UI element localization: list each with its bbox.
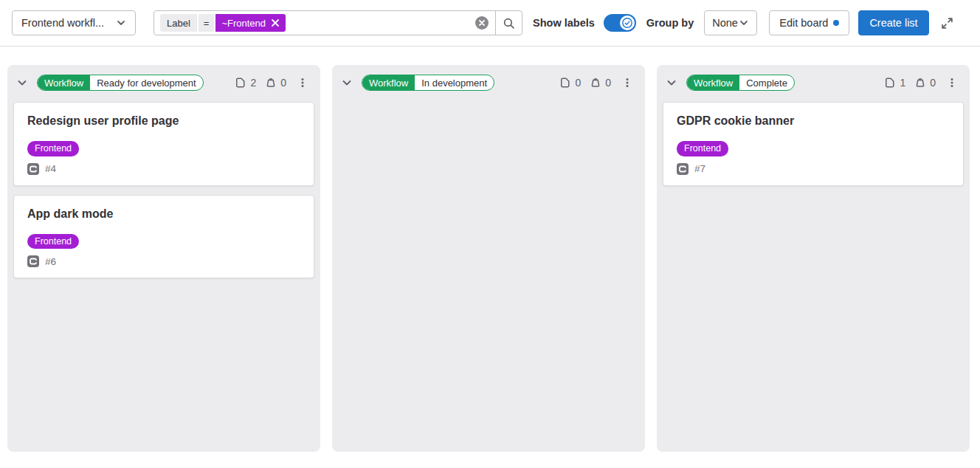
show-labels-label: Show labels [533,17,595,29]
group-by-dropdown[interactable]: None [704,10,757,35]
issue-reference: #4 [45,163,56,174]
search-button[interactable] [495,11,522,35]
group-by-value: None [712,17,738,29]
label-pill[interactable]: Frontend [27,141,79,156]
board-column: Workflow In development 0 0 [332,65,645,452]
collapse-column-button[interactable] [338,74,356,92]
issue-count-number: 0 [575,77,581,89]
board-switcher-label: Frontend workfl... [21,17,104,29]
scoped-label-value: Complete [739,75,794,90]
issue-labels: Frontend [27,234,300,250]
weight-count: 0 [914,77,936,89]
column-menu-button[interactable] [294,74,311,92]
issue-card[interactable]: App dark mode Frontend #6 [13,195,314,279]
chevron-down-icon [116,18,126,28]
column-card-list [332,100,645,108]
column-menu-button[interactable] [618,74,636,92]
board-toolbar: Frontend workfl... Label = ~Frontend Sho… [0,0,980,47]
show-labels-toggle[interactable] [604,14,636,32]
scoped-label-key: Workflow [38,75,90,90]
kebab-icon [621,77,633,89]
board-column: Workflow Ready for development 2 0 Redes… [7,65,320,452]
scoped-label-value: In development [415,75,494,90]
issue-reference: #7 [694,163,705,174]
edit-board-button[interactable]: Edit board [769,10,849,35]
issue-title[interactable]: GDPR cookie banner [677,114,950,128]
filter-token-value[interactable]: ~Frontend [215,14,286,32]
filter-token-value-text: ~Frontend [221,18,266,29]
weight-count-number: 0 [605,77,611,89]
group-by-label: Group by [646,17,694,29]
column-menu-button[interactable] [943,74,961,92]
filter-token[interactable]: Label = ~Frontend [154,14,469,32]
issue-count-number: 1 [900,77,905,89]
remove-token-icon[interactable] [271,18,280,27]
issue-board: Workflow Ready for development 2 0 Redes… [0,47,980,452]
filter-bar[interactable]: Label = ~Frontend [153,10,522,35]
issue-type-icon [677,163,689,175]
weight-count: 0 [590,77,611,89]
column-header: Workflow Complete 1 0 [657,65,970,100]
issue-labels: Frontend [677,141,950,156]
weight-icon [590,77,601,89]
issue-count: 1 [884,77,905,89]
weight-count: 0 [265,77,286,89]
toggle-knob [620,16,635,30]
weight-icon [265,77,277,89]
issue-count: 0 [559,77,581,89]
board-column: Workflow Complete 1 0 GDPR cookie banner… [657,65,970,452]
weight-count-number: 0 [930,77,936,89]
issues-icon [559,77,571,89]
column-scoped-label: Workflow Complete [686,75,795,91]
column-scoped-label: Workflow Ready for development [37,75,204,91]
kebab-icon [297,77,308,89]
issue-type-icon [27,255,39,267]
check-icon [621,17,633,29]
issue-type-icon [27,163,39,175]
label-pill[interactable]: Frontend [27,234,79,250]
scoped-label-key: Workflow [687,75,739,90]
chevron-down-icon [16,77,28,89]
scoped-label-value: Ready for development [90,75,202,90]
column-header: Workflow Ready for development 2 0 [7,65,320,100]
chevron-down-icon [666,77,677,89]
chevron-down-icon [739,18,749,28]
issues-icon [235,77,246,89]
clear-search-button[interactable] [469,11,495,35]
weight-icon [914,77,926,89]
clear-icon [475,16,489,30]
expand-icon [941,17,953,30]
issue-labels: Frontend [27,141,300,156]
chevron-down-icon [341,77,353,89]
issue-count-number: 2 [250,77,256,89]
filter-token-operator: = [199,14,215,32]
issue-card-footer: #6 [27,255,300,267]
label-pill[interactable]: Frontend [677,141,728,156]
create-list-button[interactable]: Create list [858,10,928,35]
issues-icon [884,77,896,89]
issue-title[interactable]: App dark mode [27,207,300,221]
scoped-label-key: Workflow [362,75,415,90]
weight-count-number: 0 [280,77,286,89]
expand-board-button[interactable] [938,14,956,32]
search-icon [503,17,515,30]
collapse-column-button[interactable] [13,74,31,92]
edit-board-label: Edit board [779,17,828,29]
issue-reference: #6 [45,256,56,267]
column-header: Workflow In development 0 0 [332,65,645,100]
column-card-list: GDPR cookie banner Frontend #7 [657,100,970,192]
kebab-icon [946,77,958,89]
issue-card-footer: #7 [677,163,950,175]
issue-count: 2 [235,77,256,89]
issue-title[interactable]: Redesign user profile page [27,114,300,128]
board-switcher-dropdown[interactable]: Frontend workfl... [12,10,136,35]
issue-card-footer: #4 [27,163,300,175]
issue-card[interactable]: Redesign user profile page Frontend #4 [13,102,314,186]
filter-token-field: Label [160,14,197,32]
column-card-list: Redesign user profile page Frontend #4 A… [7,100,320,284]
issue-card[interactable]: GDPR cookie banner Frontend #7 [663,102,964,186]
active-filter-dot [833,20,839,26]
column-scoped-label: Workflow In development [362,75,494,91]
collapse-column-button[interactable] [663,74,680,92]
